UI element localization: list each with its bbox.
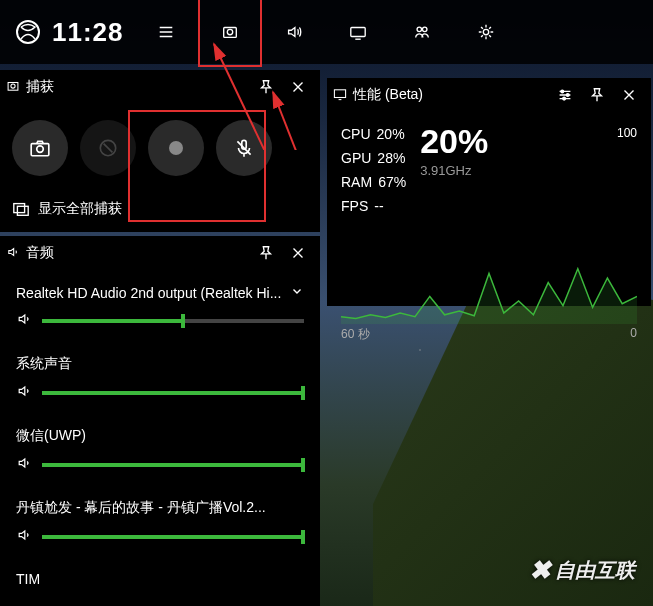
perf-axis-left: 60 秒: [341, 326, 370, 343]
svg-point-5: [422, 27, 427, 32]
perf-scale-max: 100: [617, 126, 637, 140]
svg-point-18: [563, 97, 566, 100]
output-device-selector[interactable]: Realtek HD Audio 2nd output (Realtek Hi.…: [16, 280, 304, 305]
perf-graph: [341, 232, 637, 324]
volume-icon[interactable]: [16, 527, 32, 547]
chevron-down-icon: [290, 284, 304, 301]
audio-icon: [6, 245, 20, 262]
gallery-icon: [12, 200, 30, 218]
svg-rect-15: [334, 89, 345, 97]
xbox-social-button[interactable]: [390, 0, 454, 64]
audio-widget-button[interactable]: [262, 0, 326, 64]
fps-stat[interactable]: FPS--: [341, 194, 406, 218]
perf-title: 性能 (Beta): [353, 86, 549, 104]
capture-widget-button[interactable]: [198, 0, 262, 67]
cpu-stat[interactable]: CPU20%: [341, 122, 406, 146]
svg-rect-14: [17, 206, 28, 215]
perf-header: 性能 (Beta): [327, 78, 651, 112]
close-button[interactable]: [282, 71, 314, 103]
audio-header: 音频: [0, 236, 320, 270]
show-all-captures-label: 显示全部捕获: [38, 200, 122, 218]
app-label: TIM: [16, 561, 304, 591]
svg-point-10: [37, 146, 44, 153]
audio-widget: 音频 Realtek HD Audio 2nd output (Realtek …: [0, 236, 320, 606]
perf-axis-right: 0: [630, 326, 637, 343]
svg-point-6: [483, 29, 488, 34]
widgets-menu-button[interactable]: [134, 0, 198, 64]
volume-icon[interactable]: [16, 455, 32, 475]
app-label: 丹镇尬发 - 幕后的故事 - 丹镇广播Vol.2...: [16, 489, 304, 521]
capture-header: 捕获: [0, 70, 320, 104]
svg-point-17: [566, 94, 569, 97]
master-volume-slider[interactable]: [42, 319, 304, 323]
monitor-icon: [333, 87, 347, 104]
performance-widget: 性能 (Beta) CPU20% GPU28% RAM67% FPS-- 20%…: [327, 78, 651, 306]
clock: 11:28: [52, 17, 124, 48]
ram-stat[interactable]: RAM67%: [341, 170, 406, 194]
svg-rect-13: [14, 204, 25, 213]
system-sound-label: 系统声音: [16, 345, 304, 377]
perf-options-button[interactable]: [549, 79, 581, 111]
volume-icon[interactable]: [16, 383, 32, 403]
system-volume-slider[interactable]: [42, 391, 304, 395]
capture-widget: 捕获 显示全部捕获: [0, 70, 320, 232]
svg-point-8: [11, 83, 15, 87]
watermark-text: 自由互联: [555, 557, 635, 584]
svg-rect-3: [350, 28, 364, 37]
audio-title: 音频: [26, 244, 250, 262]
screenshot-button[interactable]: [12, 120, 68, 176]
capture-title: 捕获: [26, 78, 250, 96]
capture-icon: [6, 79, 20, 96]
performance-widget-button[interactable]: [326, 0, 390, 64]
app-label: 微信(UWP): [16, 417, 304, 449]
perf-freq: 3.91GHz: [420, 163, 637, 178]
svg-point-2: [227, 29, 232, 34]
xbox-logo-icon[interactable]: [16, 20, 40, 44]
pin-button[interactable]: [581, 79, 613, 111]
gamebar-topbar: 11:28: [0, 0, 653, 64]
close-button[interactable]: [613, 79, 645, 111]
perf-main-pct: 20%: [420, 122, 637, 161]
annotation-highlight-box: [128, 110, 266, 222]
pin-button[interactable]: [250, 237, 282, 269]
svg-point-16: [561, 90, 564, 93]
app-volume-slider[interactable]: [42, 535, 304, 539]
app-volume-slider[interactable]: [42, 463, 304, 467]
close-button[interactable]: [282, 237, 314, 269]
volume-icon[interactable]: [16, 311, 32, 331]
gpu-stat[interactable]: GPU28%: [341, 146, 406, 170]
settings-button[interactable]: [454, 0, 518, 64]
watermark-x-icon: ✖: [529, 555, 551, 586]
output-device-label: Realtek HD Audio 2nd output (Realtek Hi.…: [16, 285, 281, 301]
pin-button[interactable]: [250, 71, 282, 103]
watermark: ✖ 自由互联: [529, 555, 635, 586]
perf-stats-list: CPU20% GPU28% RAM67% FPS--: [341, 122, 406, 218]
svg-point-4: [417, 27, 422, 32]
